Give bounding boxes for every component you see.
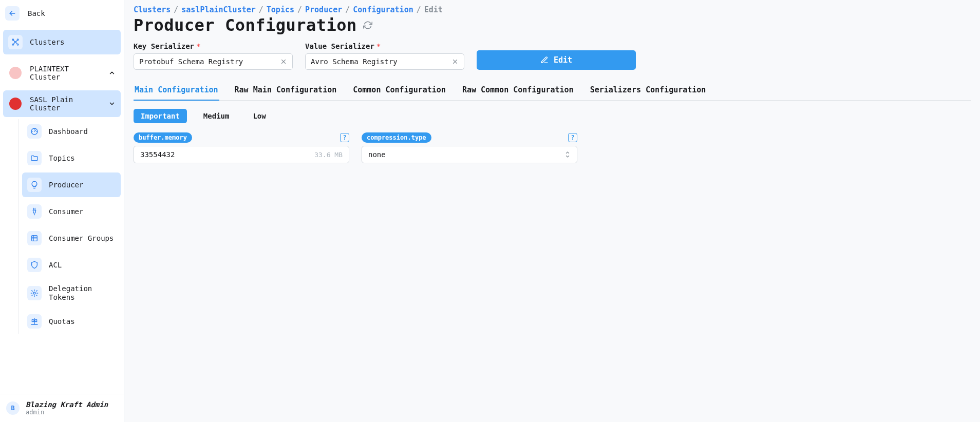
- sidebar-item-label: Producer: [49, 181, 83, 189]
- field-value-serializer: Value Serializer* Avro Schema Registry: [305, 42, 464, 70]
- config-tabs: Main Configuration Raw Main Configuratio…: [134, 81, 971, 101]
- arrow-left-icon: [5, 6, 20, 21]
- tab-common-config[interactable]: Common Configuration: [352, 81, 447, 100]
- config-value: 33554432: [140, 150, 175, 159]
- clear-icon[interactable]: [280, 58, 287, 65]
- pencil-icon: [540, 56, 549, 64]
- sidebar-item-label: ACL: [49, 261, 62, 269]
- svg-line-7: [16, 43, 17, 44]
- sidebar-item-label: Delegation Tokens: [49, 284, 116, 302]
- breadcrumb-sep: /: [417, 5, 421, 14]
- user-role: admin: [26, 409, 108, 416]
- sidebar-item-topics[interactable]: Topics: [22, 146, 121, 170]
- help-icon[interactable]: ?: [340, 133, 349, 142]
- config-value: none: [368, 150, 386, 159]
- breadcrumb-clusters[interactable]: Clusters: [134, 5, 171, 14]
- breadcrumb-sep: /: [174, 5, 178, 14]
- breadcrumb-sep: /: [297, 5, 302, 14]
- help-icon[interactable]: ?: [568, 133, 577, 142]
- svg-line-6: [14, 41, 15, 42]
- edit-button-label: Edit: [554, 55, 572, 65]
- svg-line-8: [16, 41, 17, 42]
- required-marker: *: [196, 42, 200, 50]
- sidebar-item-label: Consumer Groups: [49, 234, 114, 242]
- breadcrumb-configuration[interactable]: Configuration: [353, 5, 413, 14]
- reload-icon[interactable]: [363, 21, 372, 30]
- field-label: Value Serializer*: [305, 42, 464, 50]
- breadcrumb-sep: /: [345, 5, 350, 14]
- topics-icon: [27, 151, 42, 165]
- clear-icon[interactable]: [451, 58, 459, 65]
- sidebar-nav: Clusters PLAINTEXT Cluster SASL Plain Cl…: [0, 30, 124, 394]
- sidebar-item-producer[interactable]: Producer: [22, 172, 121, 197]
- status-dot-icon: [8, 97, 23, 111]
- buffer-memory-input[interactable]: 33554432 33.6 MB: [134, 146, 349, 163]
- sidebar-item-consumer[interactable]: Consumer: [22, 199, 121, 224]
- breadcrumb-cluster-code[interactable]: saslPlainCluster: [181, 5, 256, 14]
- producer-icon: [27, 178, 42, 192]
- pill-medium[interactable]: Medium: [196, 109, 237, 123]
- avatar: B: [6, 401, 20, 415]
- breadcrumb: Clusters / saslPlainCluster / Topics / P…: [134, 5, 971, 14]
- chevron-down-icon: [108, 100, 116, 107]
- dashboard-icon: [27, 124, 42, 139]
- pill-low[interactable]: Low: [246, 109, 273, 123]
- select-value: Avro Schema Registry: [311, 57, 398, 66]
- sidebar-item-consumer-groups[interactable]: Consumer Groups: [22, 226, 121, 251]
- field-key-serializer: Key Serializer* Protobuf Schema Registry: [134, 42, 293, 70]
- sidebar-item-label: SASL Plain Cluster: [30, 95, 101, 112]
- edit-button[interactable]: Edit: [477, 50, 636, 70]
- consumer-icon: [27, 204, 42, 219]
- breadcrumb-producer[interactable]: Producer: [305, 5, 342, 14]
- sidebar-item-label: Quotas: [49, 317, 75, 325]
- importance-filter: Important Medium Low: [134, 109, 971, 123]
- tokens-icon: [27, 286, 42, 300]
- main-content: Clusters / saslPlainCluster / Topics / P…: [124, 0, 980, 422]
- breadcrumb-sep: /: [259, 5, 263, 14]
- config-key-chip: buffer.memory: [134, 132, 192, 143]
- required-marker: *: [376, 42, 381, 50]
- consumer-groups-icon: [27, 231, 42, 245]
- svg-point-15: [33, 292, 35, 294]
- tab-serializers-config[interactable]: Serializers Configuration: [589, 81, 707, 100]
- subnav: Dashboard Topics Producer Consumer: [18, 119, 121, 334]
- sidebar-item-quotas[interactable]: Quotas: [22, 309, 121, 334]
- svg-line-9: [14, 43, 15, 44]
- config-card-buffer-memory: buffer.memory ? 33554432 33.6 MB: [134, 132, 349, 163]
- chevron-up-icon: [108, 69, 116, 76]
- sidebar-item-clusters[interactable]: Clusters: [3, 30, 121, 54]
- config-card-compression-type: compression.type ? none: [362, 132, 577, 163]
- sidebar: Back Clusters PLAINTEXT Cluster SASL Pla…: [0, 0, 124, 422]
- key-serializer-select[interactable]: Protobuf Schema Registry: [134, 53, 293, 70]
- sidebar-item-acl[interactable]: ACL: [22, 253, 121, 277]
- sidebar-item-label: Clusters: [30, 38, 64, 46]
- pill-important[interactable]: Important: [134, 109, 187, 123]
- user-name: Blazing Kraft Admin: [26, 400, 108, 409]
- field-label: Key Serializer*: [134, 42, 293, 50]
- status-dot-icon: [8, 66, 23, 80]
- value-serializer-select[interactable]: Avro Schema Registry: [305, 53, 464, 70]
- tab-raw-common-config[interactable]: Raw Common Configuration: [461, 81, 575, 100]
- back-label: Back: [28, 9, 45, 17]
- sidebar-item-delegation-tokens[interactable]: Delegation Tokens: [22, 279, 121, 307]
- quotas-icon: [27, 314, 42, 329]
- sidebar-item-label: PLAINTEXT Cluster: [30, 65, 101, 81]
- breadcrumb-topics[interactable]: Topics: [267, 5, 294, 14]
- user-profile[interactable]: B Blazing Kraft Admin admin: [0, 394, 124, 422]
- select-chevrons-icon: [564, 150, 571, 159]
- sidebar-item-label: Consumer: [49, 207, 83, 216]
- compression-type-select[interactable]: none: [362, 146, 577, 163]
- svg-rect-11: [32, 236, 37, 241]
- breadcrumb-current: Edit: [424, 5, 443, 14]
- shield-icon: [27, 258, 42, 272]
- clusters-icon: [8, 35, 23, 49]
- tab-raw-main-config[interactable]: Raw Main Configuration: [234, 81, 338, 100]
- sidebar-item-label: Topics: [49, 154, 75, 162]
- config-value-human: 33.6 MB: [314, 151, 343, 159]
- sidebar-item-sasl-cluster[interactable]: SASL Plain Cluster: [3, 90, 121, 117]
- back-button[interactable]: Back: [0, 0, 124, 30]
- tab-main-config[interactable]: Main Configuration: [134, 81, 219, 101]
- sidebar-item-dashboard[interactable]: Dashboard: [22, 119, 121, 144]
- sidebar-item-plaintext-cluster[interactable]: PLAINTEXT Cluster: [3, 60, 121, 86]
- sidebar-item-label: Dashboard: [49, 127, 88, 136]
